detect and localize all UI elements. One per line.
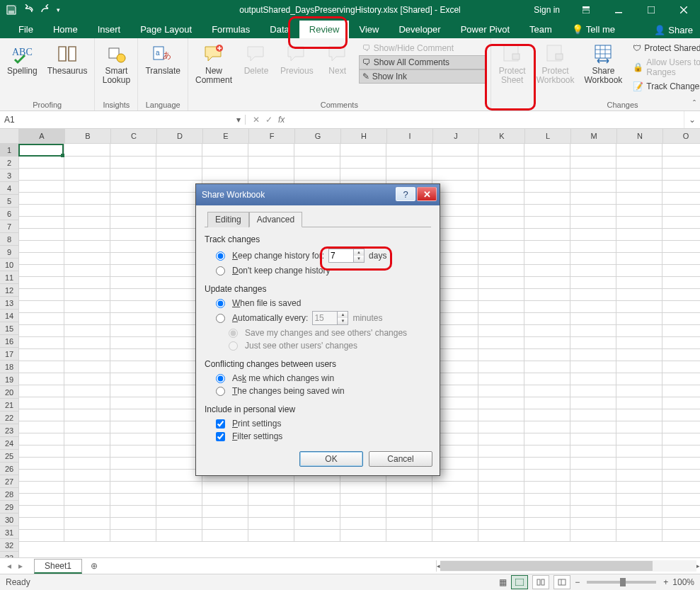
- thesaurus-button[interactable]: Thesaurus: [45, 41, 91, 77]
- zoom-slider[interactable]: [587, 581, 656, 584]
- cell[interactable]: [616, 445, 662, 458]
- cell[interactable]: [616, 409, 662, 421]
- cell[interactable]: [524, 180, 570, 193]
- cell[interactable]: [18, 192, 64, 205]
- cell[interactable]: [64, 505, 110, 518]
- cell[interactable]: [248, 481, 294, 494]
- cell[interactable]: [64, 228, 110, 241]
- cell[interactable]: [478, 300, 524, 313]
- cell[interactable]: [616, 385, 662, 397]
- cell[interactable]: [110, 300, 156, 313]
- undo-icon[interactable]: [23, 4, 34, 16]
- cell[interactable]: [662, 156, 700, 169]
- cell[interactable]: [570, 505, 616, 518]
- row-header[interactable]: 30: [0, 514, 19, 526]
- cell[interactable]: [156, 517, 202, 530]
- cell[interactable]: [18, 216, 64, 229]
- column-header[interactable]: O: [663, 129, 700, 144]
- cell[interactable]: [524, 312, 570, 325]
- cell[interactable]: [570, 288, 616, 301]
- column-header[interactable]: I: [387, 129, 433, 144]
- cell[interactable]: [156, 481, 202, 494]
- cell[interactable]: [478, 156, 524, 169]
- scroll-right-icon[interactable]: ▸: [696, 560, 700, 572]
- cell[interactable]: [64, 204, 110, 217]
- cell[interactable]: [524, 288, 570, 301]
- cell[interactable]: [64, 252, 110, 265]
- cell[interactable]: [18, 529, 64, 542]
- cell[interactable]: [294, 505, 340, 518]
- cell[interactable]: [524, 481, 570, 494]
- cell[interactable]: [616, 144, 662, 157]
- cell[interactable]: [478, 240, 524, 253]
- cell[interactable]: [616, 469, 662, 482]
- cell[interactable]: [662, 469, 700, 482]
- cell[interactable]: [110, 216, 156, 229]
- cell[interactable]: [432, 493, 478, 506]
- cell[interactable]: [662, 228, 700, 241]
- zoom-in-button[interactable]: +: [663, 577, 668, 587]
- cell[interactable]: [570, 216, 616, 229]
- cell[interactable]: [478, 252, 524, 265]
- cell[interactable]: [110, 385, 156, 397]
- cell[interactable]: [616, 348, 662, 361]
- dialog-tab-advanced[interactable]: Advanced: [249, 212, 302, 227]
- cell[interactable]: [110, 397, 156, 409]
- cell[interactable]: [524, 529, 570, 542]
- radio-auto-every[interactable]: Automatically every: ▲▼ minutes: [205, 310, 431, 327]
- cell[interactable]: [478, 505, 524, 518]
- cell[interactable]: [64, 240, 110, 253]
- cell[interactable]: [662, 373, 700, 385]
- cell[interactable]: [662, 180, 700, 193]
- cell[interactable]: [616, 529, 662, 542]
- cell[interactable]: [662, 505, 700, 518]
- cell[interactable]: [662, 493, 700, 506]
- cell[interactable]: [18, 168, 64, 181]
- cell[interactable]: [18, 252, 64, 265]
- cell[interactable]: [478, 397, 524, 409]
- cell[interactable]: [662, 324, 700, 337]
- column-header[interactable]: L: [525, 129, 571, 144]
- cell[interactable]: [662, 397, 700, 409]
- cell[interactable]: [18, 156, 64, 169]
- row-header[interactable]: 29: [0, 501, 19, 514]
- cell[interactable]: [156, 144, 202, 157]
- cell[interactable]: [662, 409, 700, 421]
- row-header[interactable]: 15: [0, 322, 19, 335]
- track-changes-button[interactable]: 📝Track Changes▾: [629, 79, 700, 93]
- cell[interactable]: [110, 324, 156, 337]
- tab-team[interactable]: Team: [520, 21, 562, 38]
- view-normal-button[interactable]: [511, 575, 528, 589]
- cell[interactable]: [64, 469, 110, 482]
- view-page-break-button[interactable]: [553, 575, 570, 589]
- cell[interactable]: [110, 240, 156, 253]
- cell[interactable]: [616, 517, 662, 530]
- cell[interactable]: [616, 397, 662, 409]
- cell[interactable]: [432, 156, 478, 169]
- cell[interactable]: [248, 168, 294, 181]
- cell[interactable]: [616, 421, 662, 433]
- cell[interactable]: [110, 204, 156, 217]
- row-header[interactable]: 17: [0, 348, 19, 361]
- cell[interactable]: [432, 505, 478, 518]
- row-header[interactable]: 4: [0, 182, 19, 195]
- tab-review[interactable]: Review: [299, 21, 350, 38]
- row-header[interactable]: 5: [0, 195, 19, 208]
- cell[interactable]: [662, 481, 700, 494]
- spelling-button[interactable]: ABC Spelling: [4, 41, 40, 77]
- cell[interactable]: [64, 385, 110, 397]
- cell[interactable]: [386, 517, 432, 530]
- days-input[interactable]: [329, 249, 353, 262]
- cell[interactable]: [478, 288, 524, 301]
- cell[interactable]: [294, 529, 340, 542]
- cell[interactable]: [18, 288, 64, 301]
- cell[interactable]: [478, 336, 524, 349]
- cell[interactable]: [570, 276, 616, 289]
- cell[interactable]: [18, 445, 64, 458]
- row-header[interactable]: 27: [0, 475, 19, 488]
- cell[interactable]: [386, 168, 432, 181]
- cell[interactable]: [570, 361, 616, 373]
- cell[interactable]: [386, 505, 432, 518]
- cell[interactable]: [432, 517, 478, 530]
- cell[interactable]: [18, 300, 64, 313]
